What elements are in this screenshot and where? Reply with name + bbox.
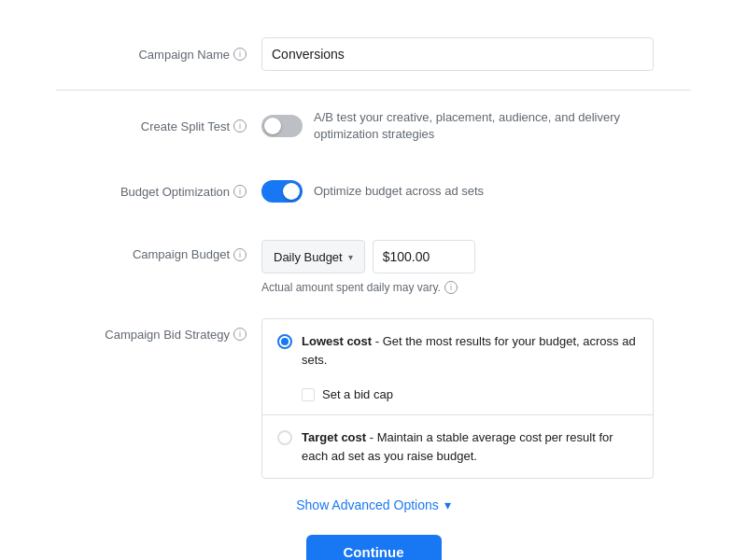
bid-option-bold-lowest: Lowest cost	[302, 334, 372, 348]
advanced-options-row: Show Advanced Options ▾	[56, 497, 691, 512]
campaign-name-input[interactable]	[261, 37, 654, 71]
bid-cap-label: Set a bid cap	[322, 387, 393, 401]
campaign-budget-label-text: Campaign Budget	[133, 247, 230, 261]
split-test-content: A/B test your creative, placement, audie…	[261, 109, 691, 143]
campaign-name-label-text: Campaign Name	[138, 48, 230, 62]
budget-note-info-icon[interactable]: i	[444, 281, 458, 294]
campaign-budget-info-icon[interactable]: i	[233, 248, 247, 261]
budget-optimization-description: Optimize budget across ad sets	[314, 183, 484, 200]
budget-optimization-row: Budget Optimization i Optimize budget ac…	[56, 180, 691, 221]
bid-option-bold-target: Target cost	[302, 430, 366, 444]
budget-note-text: Actual amount spent daily may vary.	[261, 281, 441, 294]
create-split-test-row: Create Split Test i A/B test your creati…	[56, 109, 691, 161]
campaign-budget-label: Campaign Budget i	[56, 240, 261, 261]
split-test-info-icon[interactable]: i	[233, 119, 247, 133]
bid-option-lowest-cost[interactable]: Lowest cost - Get the most results for y…	[262, 319, 653, 415]
campaign-name-info-icon[interactable]: i	[233, 48, 247, 61]
budget-optimization-slider	[261, 180, 303, 203]
bid-options-container: Lowest cost - Get the most results for y…	[261, 318, 654, 479]
budget-type-dropdown[interactable]: Daily Budget ▾	[261, 240, 365, 273]
bid-options-box: Lowest cost - Get the most results for y…	[261, 318, 654, 479]
bid-strategy-label-text: Campaign Bid Strategy	[105, 328, 230, 342]
radio-inner-lowest	[281, 338, 289, 345]
split-test-description: A/B test your creative, placement, audie…	[314, 109, 650, 143]
campaign-name-row: Campaign Name i	[56, 37, 691, 91]
form-container: Campaign Name i Create Split Test i A/B …	[19, 19, 728, 560]
budget-optimization-content: Optimize budget across ad sets	[261, 180, 691, 203]
campaign-bid-strategy-row: Campaign Bid Strategy i Lowest cost - Ge…	[56, 318, 691, 479]
campaign-budget-row: Campaign Budget i Daily Budget ▾ Actual …	[56, 240, 691, 294]
continue-button[interactable]: Continue	[306, 535, 442, 560]
bid-option-text-target: Target cost - Maintain a stable average …	[302, 428, 638, 465]
budget-optimization-toggle[interactable]	[261, 180, 303, 203]
bid-cap-checkbox[interactable]	[302, 388, 315, 401]
campaign-name-label: Campaign Name i	[56, 48, 261, 62]
dropdown-arrow-icon: ▾	[348, 252, 353, 262]
campaign-budget-content: Daily Budget ▾ Actual amount spent daily…	[261, 240, 691, 294]
budget-optimization-info-icon[interactable]: i	[233, 185, 247, 198]
split-test-slider	[261, 115, 303, 137]
advanced-options-label: Show Advanced Options	[296, 497, 439, 512]
split-test-toggle[interactable]	[261, 115, 303, 137]
bid-strategy-info-icon[interactable]: i	[233, 328, 247, 341]
radio-lowest-cost[interactable]	[277, 334, 292, 349]
budget-type-label: Daily Budget	[274, 250, 343, 264]
bid-option-main-target: Target cost - Maintain a stable average …	[277, 428, 638, 465]
bid-option-target-cost[interactable]: Target cost - Maintain a stable average …	[262, 415, 653, 478]
budget-note: Actual amount spent daily may vary. i	[261, 281, 691, 294]
continue-row: Continue	[56, 535, 691, 560]
advanced-options-link[interactable]: Show Advanced Options ▾	[296, 497, 451, 512]
split-test-label: Create Split Test i	[56, 119, 261, 133]
bid-option-main-lowest: Lowest cost - Get the most results for y…	[277, 332, 638, 369]
split-test-label-text: Create Split Test	[141, 119, 230, 133]
advanced-options-chevron-icon: ▾	[444, 497, 451, 512]
bid-option-text-lowest: Lowest cost - Get the most results for y…	[302, 332, 638, 369]
budget-inputs-row: Daily Budget ▾	[261, 240, 691, 273]
budget-amount-input[interactable]	[373, 240, 475, 273]
budget-optimization-label: Budget Optimization i	[56, 185, 261, 199]
bid-cap-row: Set a bid cap	[302, 387, 393, 401]
campaign-name-content	[261, 37, 691, 71]
bid-strategy-label: Campaign Bid Strategy i	[56, 318, 261, 342]
budget-optimization-label-text: Budget Optimization	[120, 185, 230, 199]
radio-target-cost[interactable]	[277, 430, 292, 445]
